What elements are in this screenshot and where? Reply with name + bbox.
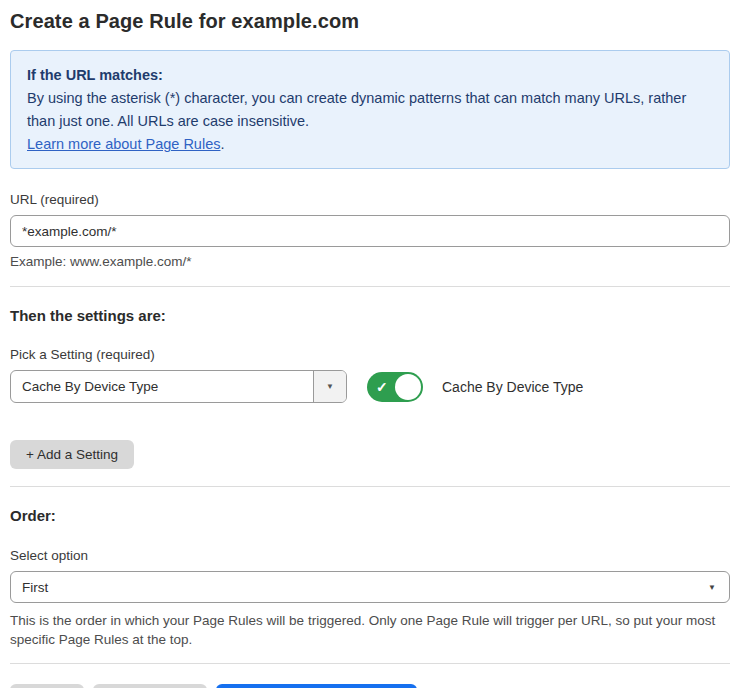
page-title: Create a Page Rule for example.com [10,10,730,33]
toggle-knob [395,374,421,400]
setting-dropdown[interactable]: Cache By Device Type ▼ [10,370,347,403]
save-as-draft-button[interactable]: Save as Draft [93,684,207,688]
setting-dropdown-arrow-button[interactable]: ▼ [313,371,346,402]
chevron-down-icon: ▼ [708,583,716,592]
settings-section-heading: Then the settings are: [10,307,730,324]
order-helper-text: This is the order in which your Page Rul… [10,611,726,649]
cancel-button[interactable]: Cancel [10,684,84,688]
setting-row: Cache By Device Type ▼ ✓ Cache By Device… [10,370,730,403]
save-and-deploy-button[interactable]: Save and Deploy Page Rule [216,684,418,688]
pick-setting-label: Pick a Setting (required) [10,347,730,362]
order-select[interactable]: First ▼ [10,571,730,603]
order-section-heading: Order: [10,507,730,524]
chevron-down-icon: ▼ [326,382,334,391]
url-input[interactable] [10,215,730,247]
info-box-body: By using the asterisk (*) character, you… [27,87,699,133]
url-field-label: URL (required) [10,192,730,207]
order-select-value: First [22,580,48,595]
info-box-heading: If the URL matches: [27,64,713,87]
learn-more-link[interactable]: Learn more about Page Rules [27,136,220,152]
info-box-link-line: Learn more about Page Rules. [27,133,713,156]
link-period: . [220,136,224,152]
toggle-label: Cache By Device Type [442,379,583,395]
select-option-label: Select option [10,548,730,563]
create-page-rule-panel: Create a Page Rule for example.com If th… [0,0,750,688]
url-match-info-box: If the URL matches: By using the asteris… [10,50,730,169]
footer-actions: Cancel Save as Draft Save and Deploy Pag… [10,684,730,688]
divider [10,286,730,287]
url-example-helper: Example: www.example.com/* [10,254,730,269]
divider [10,486,730,487]
setting-dropdown-value: Cache By Device Type [11,371,313,402]
add-setting-button[interactable]: + Add a Setting [10,440,134,469]
check-icon: ✓ [376,378,388,396]
divider [10,663,730,664]
cache-by-device-type-toggle[interactable]: ✓ [367,372,423,402]
